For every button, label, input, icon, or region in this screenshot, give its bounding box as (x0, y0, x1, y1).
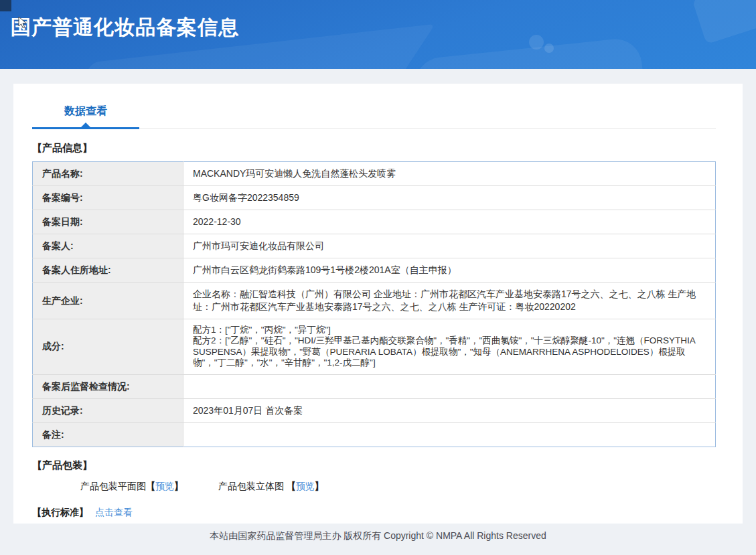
preview-link-flat[interactable]: 预览 (155, 481, 174, 491)
row-label: 备案人住所地址: (33, 258, 183, 283)
table-row: 生产企业: 企业名称：融汇智造科技（广州）有限公司 企业地址：广州市花都区汽车产… (33, 283, 716, 319)
row-value: 粤G妆网备字2022354859 (183, 186, 716, 210)
row-label: 生产企业: (33, 283, 183, 319)
row-label: 备案编号: (33, 186, 183, 210)
main-card: 数据查看 【产品信息】 产品名称: MACKANDY玛可安迪懒人免洗自然蓬松头发… (13, 84, 743, 524)
row-label: 备案人: (33, 234, 183, 258)
table-row: 成分: 配方1：["丁烷"，"丙烷"，"异丁烷"] 配方2：["乙醇"，"硅石"… (33, 319, 716, 375)
standards-section-title: 【执行标准】 (32, 507, 88, 518)
packaging-3d-label: 产品包装立体图 (218, 481, 287, 491)
standards-line: 【执行标准】点击查看 (32, 507, 716, 519)
tab-data-view[interactable]: 数据查看 (32, 104, 139, 129)
packaging-3d-item: 产品包装立体图 【预览】 (218, 481, 324, 493)
row-label: 备案日期: (33, 210, 183, 234)
table-row: 备案人: 广州市玛可安迪化妆品有限公司 (33, 234, 716, 258)
table-row: 备案人住所地址: 广州市白云区鹤龙街鹤泰路109号1号楼2楼201A室（自主申报… (33, 258, 716, 283)
product-info-section-title: 【产品信息】 (32, 142, 716, 155)
footer-text: 本站由国家药品监督管理局主办 版权所有 Copyright © NMPA All… (210, 530, 546, 541)
row-value: 2023年01月07日 首次备案 (183, 398, 716, 422)
row-value: 企业名称：融汇智造科技（广州）有限公司 企业地址：广州市花都区汽车产业基地安泰路… (183, 283, 716, 319)
standards-view-link[interactable]: 点击查看 (95, 507, 133, 518)
row-value: 配方1：["丁烷"，"丙烷"，"异丁烷"] 配方2：["乙醇"，"硅石"，"HD… (183, 319, 716, 375)
table-row: 备案后监督检查情况: (33, 374, 716, 398)
mouse-cursor-icon (18, 17, 27, 29)
page-footer: 本站由国家药品监督管理局主办 版权所有 Copyright © NMPA All… (0, 524, 756, 555)
header-decoration (692, 0, 756, 44)
product-info-table: 产品名称: MACKANDY玛可安迪懒人免洗自然蓬松头发喷雾 备案编号: 粤G妆… (32, 161, 716, 447)
page-title: 国产普通化妆品备案信息 (11, 14, 239, 42)
row-value: 广州市白云区鹤龙街鹤泰路109号1号楼2楼201A室（自主申报） (183, 258, 716, 283)
packaging-flat-item: 产品包装平面图【预览】 (80, 481, 183, 493)
table-row: 备案编号: 粤G妆网备字2022354859 (33, 186, 716, 210)
row-label: 历史记录: (33, 398, 183, 422)
packaging-line: 产品包装平面图【预览】 产品包装立体图 【预览】 (80, 481, 716, 493)
bracket-open: 【 (287, 481, 296, 491)
table-row: 历史记录: 2023年01月07日 首次备案 (33, 398, 716, 422)
page-header: 国产普通化妆品备案信息 (0, 0, 756, 69)
row-value (183, 374, 716, 398)
header-corner-square (0, 0, 11, 11)
bracket-close: 】 (174, 481, 183, 491)
bracket-close: 】 (315, 481, 324, 491)
row-label: 备注: (33, 422, 183, 447)
row-value (183, 422, 716, 447)
tab-bar: 数据查看 (32, 104, 716, 129)
row-value: MACKANDY玛可安迪懒人免洗自然蓬松头发喷雾 (183, 162, 716, 186)
table-row: 备注: (33, 422, 716, 447)
table-row: 产品名称: MACKANDY玛可安迪懒人免洗自然蓬松头发喷雾 (33, 162, 716, 186)
header-decoration-circle (529, 35, 544, 50)
preview-link-3d[interactable]: 预览 (296, 481, 315, 491)
row-label: 成分: (33, 319, 183, 375)
bracket-open: 【 (146, 481, 155, 491)
row-label: 备案后监督检查情况: (33, 374, 183, 398)
row-label: 产品名称: (33, 162, 183, 186)
table-row: 备案日期: 2022-12-30 (33, 210, 716, 234)
packaging-section-title: 【产品包装】 (32, 459, 716, 472)
header-decoration-circle (544, 44, 554, 53)
row-value: 广州市玛可安迪化妆品有限公司 (183, 234, 716, 258)
packaging-flat-label: 产品包装平面图 (80, 481, 146, 491)
row-value: 2022-12-30 (183, 210, 716, 234)
